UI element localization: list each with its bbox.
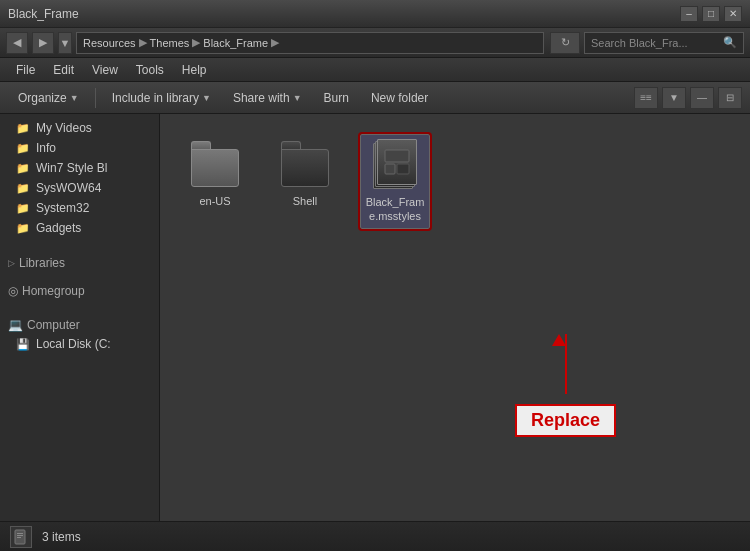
search-bar[interactable]: Search Black_Fra... 🔍 [584, 32, 744, 54]
sidebar-item-win7style[interactable]: 📁 Win7 Style Bl [0, 158, 159, 178]
menu-edit[interactable]: Edit [45, 61, 82, 79]
share-with-label: Share with [233, 91, 290, 105]
view-dropdown-button[interactable]: ▼ [662, 87, 686, 109]
homegroup-icon: ◎ [8, 284, 18, 298]
include-in-library-label: Include in library [112, 91, 199, 105]
include-in-library-button[interactable]: Include in library ▼ [102, 85, 221, 111]
refresh-button[interactable]: ↻ [550, 32, 580, 54]
file-icon-small [13, 529, 29, 545]
menu-file[interactable]: File [8, 61, 43, 79]
file-icon-wrapper [279, 138, 331, 190]
sidebar: 📁 My Videos 📁 Info 📁 Win7 Style Bl 📁 Sys… [0, 114, 160, 521]
replace-text: Replace [531, 410, 600, 430]
arrowhead-icon [552, 334, 566, 346]
close-button[interactable]: ✕ [724, 6, 742, 22]
menu-tools[interactable]: Tools [128, 61, 172, 79]
share-with-button[interactable]: Share with ▼ [223, 85, 312, 111]
svg-rect-4 [17, 533, 23, 534]
address-part: Themes [150, 37, 190, 49]
page-front [377, 139, 417, 185]
file-item-shell[interactable]: Shell [270, 134, 340, 212]
folder-body [191, 149, 239, 187]
homegroup-label: Homegroup [22, 284, 85, 298]
status-bar: 3 items [0, 521, 750, 551]
libraries-label: Libraries [19, 256, 65, 270]
view-details-button[interactable]: ≡≡ [634, 87, 658, 109]
svg-rect-1 [385, 164, 395, 174]
menu-bar: File Edit View Tools Help [0, 58, 750, 82]
file-icon-wrapper [189, 138, 241, 190]
sidebar-section-computer[interactable]: 💻 Computer [0, 310, 159, 334]
folder-icon: 📁 [16, 162, 30, 175]
file-item-enus[interactable]: en-US [180, 134, 250, 212]
folder-icon: 📁 [16, 222, 30, 235]
sidebar-item-label: Gadgets [36, 221, 81, 235]
msstyles-icon [369, 139, 421, 191]
sidebar-section-libraries[interactable]: ▷ Libraries [0, 248, 159, 272]
replace-arrow-container [556, 334, 576, 404]
folder-body [281, 149, 329, 187]
back-button[interactable]: ◀ [6, 32, 28, 54]
folder-icon: 📁 [16, 182, 30, 195]
share-dropdown-icon: ▼ [293, 93, 302, 103]
sidebar-item-syswow64[interactable]: 📁 SysWOW64 [0, 178, 159, 198]
computer-label: Computer [27, 318, 80, 332]
address-separator: ▶ [139, 36, 147, 49]
computer-icon: 💻 [8, 318, 23, 332]
replace-label-box: Replace [515, 404, 616, 437]
view-controls: ≡≡ ▼ — ⊟ [634, 87, 742, 109]
menu-help[interactable]: Help [174, 61, 215, 79]
sidebar-item-label: Info [36, 141, 56, 155]
menu-view[interactable]: View [84, 61, 126, 79]
recent-button[interactable]: ▼ [58, 32, 72, 54]
svg-rect-2 [397, 164, 409, 174]
address-bar[interactable]: Resources ▶ Themes ▶ Black_Frame ▶ [76, 32, 544, 54]
sidebar-item-label: My Videos [36, 121, 92, 135]
sidebar-item-localdisk[interactable]: 💾 Local Disk (C: [0, 334, 159, 354]
organize-label: Organize [18, 91, 67, 105]
view-pane-button[interactable]: ⊟ [718, 87, 742, 109]
search-icon: 🔍 [723, 36, 737, 49]
file-icon-wrapper [369, 139, 421, 191]
restore-button[interactable]: □ [702, 6, 720, 22]
folder-icon: 📁 [16, 202, 30, 215]
burn-button[interactable]: Burn [314, 85, 359, 111]
address-separator: ▶ [271, 36, 279, 49]
sidebar-item-label: Local Disk (C: [36, 337, 111, 351]
sidebar-item-system32[interactable]: 📁 System32 [0, 198, 159, 218]
svg-rect-0 [385, 150, 409, 162]
folder-icon: 📁 [16, 142, 30, 155]
organize-button[interactable]: Organize ▼ [8, 85, 89, 111]
forward-button[interactable]: ▶ [32, 32, 54, 54]
toolbar-separator [95, 88, 96, 108]
content-area: en-US Shell [160, 114, 750, 521]
folder-shell-icon [281, 141, 329, 187]
sidebar-item-label: SysWOW64 [36, 181, 101, 195]
title-buttons: – □ ✕ [680, 6, 742, 22]
file-label: en-US [199, 194, 230, 208]
sidebar-item-info[interactable]: 📁 Info [0, 138, 159, 158]
navigation-bar: ◀ ▶ ▼ Resources ▶ Themes ▶ Black_Frame ▶… [0, 28, 750, 58]
status-text: 3 items [42, 530, 81, 544]
replace-annotation: Replace [515, 334, 616, 437]
msstyles-graphic [383, 148, 411, 176]
file-label: Shell [293, 194, 317, 208]
folder-icon: 📁 [16, 122, 30, 135]
svg-rect-5 [17, 535, 23, 536]
status-icon [10, 526, 32, 548]
sidebar-item-label: Win7 Style Bl [36, 161, 107, 175]
minimize-button[interactable]: – [680, 6, 698, 22]
sidebar-section-homegroup[interactable]: ◎ Homegroup [0, 276, 159, 300]
view-hide-button[interactable]: — [690, 87, 714, 109]
sidebar-item-myvideos[interactable]: 📁 My Videos [0, 118, 159, 138]
sidebar-item-gadgets[interactable]: 📁 Gadgets [0, 218, 159, 238]
sidebar-item-label: System32 [36, 201, 89, 215]
include-dropdown-icon: ▼ [202, 93, 211, 103]
search-placeholder: Search Black_Fra... [591, 37, 723, 49]
expand-icon: ▷ [8, 258, 15, 268]
main-layout: 📁 My Videos 📁 Info 📁 Win7 Style Bl 📁 Sys… [0, 114, 750, 521]
address-part: Resources [83, 37, 136, 49]
new-folder-button[interactable]: New folder [361, 85, 438, 111]
file-item-msstyles[interactable]: Black_Frame.msstyles [360, 134, 430, 229]
organize-dropdown-icon: ▼ [70, 93, 79, 103]
